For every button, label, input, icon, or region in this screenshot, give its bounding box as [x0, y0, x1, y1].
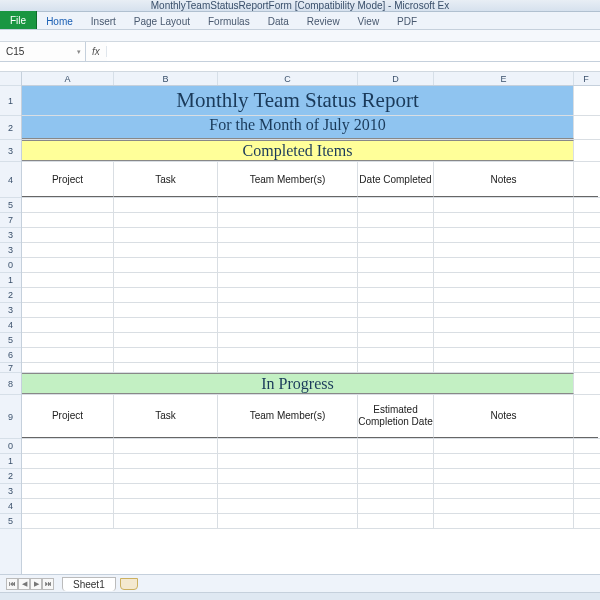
cell[interactable]: [114, 454, 218, 468]
cell[interactable]: [434, 228, 574, 242]
cell[interactable]: [22, 198, 114, 212]
header-team[interactable]: Team Member(s): [218, 395, 358, 438]
tab-insert[interactable]: Insert: [82, 14, 125, 29]
header-team[interactable]: Team Member(s): [218, 162, 358, 197]
cell[interactable]: [574, 228, 598, 242]
cell[interactable]: [218, 439, 358, 453]
cell[interactable]: [434, 333, 574, 347]
cell[interactable]: [434, 348, 574, 362]
cell[interactable]: [574, 363, 598, 372]
cell[interactable]: [574, 258, 598, 272]
header-notes[interactable]: Notes: [434, 162, 574, 197]
cell[interactable]: [574, 273, 598, 287]
cell[interactable]: [218, 484, 358, 498]
cell[interactable]: [218, 303, 358, 317]
cell[interactable]: [114, 288, 218, 302]
cell[interactable]: [22, 273, 114, 287]
row-header[interactable]: 4: [0, 318, 21, 333]
cell[interactable]: [114, 243, 218, 257]
cell[interactable]: [574, 318, 598, 332]
cell[interactable]: [358, 228, 434, 242]
cell[interactable]: [114, 273, 218, 287]
col-header[interactable]: F: [574, 72, 598, 85]
cell[interactable]: [22, 288, 114, 302]
col-header[interactable]: A: [22, 72, 114, 85]
header-project[interactable]: Project: [22, 395, 114, 438]
cell[interactable]: [22, 499, 114, 513]
cell[interactable]: [22, 303, 114, 317]
row-header[interactable]: 0: [0, 439, 21, 454]
selectall-corner[interactable]: [0, 72, 21, 86]
cell[interactable]: [218, 333, 358, 347]
cell[interactable]: [22, 469, 114, 483]
tab-page-layout[interactable]: Page Layout: [125, 14, 199, 29]
row-header[interactable]: 5: [0, 333, 21, 348]
nav-next-icon[interactable]: ▶: [30, 578, 42, 590]
cell[interactable]: [22, 213, 114, 227]
cell[interactable]: [574, 439, 598, 453]
cell[interactable]: [22, 348, 114, 362]
cell[interactable]: [358, 484, 434, 498]
cell[interactable]: [434, 469, 574, 483]
cell[interactable]: [114, 198, 218, 212]
row-header[interactable]: 3: [0, 484, 21, 499]
cell[interactable]: [22, 439, 114, 453]
header-est-completion[interactable]: Estimated Completion Date: [358, 395, 434, 438]
row-header[interactable]: 7: [0, 213, 21, 228]
row-header[interactable]: 9: [0, 395, 21, 439]
cell[interactable]: [434, 243, 574, 257]
cell[interactable]: [218, 273, 358, 287]
cell[interactable]: [358, 499, 434, 513]
cell[interactable]: [434, 288, 574, 302]
report-title[interactable]: Monthly Team Status Report: [22, 86, 574, 115]
cell[interactable]: [574, 243, 598, 257]
cell[interactable]: [218, 258, 358, 272]
cell[interactable]: [358, 439, 434, 453]
cell[interactable]: [114, 303, 218, 317]
row-header[interactable]: 1: [0, 454, 21, 469]
cell[interactable]: [574, 469, 598, 483]
cell[interactable]: [358, 363, 434, 372]
cell[interactable]: [574, 373, 598, 394]
row-header[interactable]: 2: [0, 469, 21, 484]
row-header[interactable]: 2: [0, 116, 21, 140]
section-completed[interactable]: Completed Items: [22, 140, 574, 161]
cell[interactable]: [22, 514, 114, 528]
cell[interactable]: [114, 228, 218, 242]
col-header[interactable]: D: [358, 72, 434, 85]
cell[interactable]: [114, 318, 218, 332]
cell[interactable]: [574, 213, 598, 227]
header-notes[interactable]: Notes: [434, 395, 574, 438]
cell[interactable]: [114, 439, 218, 453]
cell[interactable]: [574, 514, 598, 528]
cell[interactable]: [114, 499, 218, 513]
cell[interactable]: [574, 198, 598, 212]
cell[interactable]: [574, 116, 598, 139]
cell[interactable]: [434, 499, 574, 513]
cell[interactable]: [434, 258, 574, 272]
cell[interactable]: [114, 469, 218, 483]
cell[interactable]: [358, 454, 434, 468]
row-header[interactable]: 3: [0, 228, 21, 243]
tab-pdf[interactable]: PDF: [388, 14, 426, 29]
name-box[interactable]: C15: [0, 42, 86, 61]
cell[interactable]: [434, 273, 574, 287]
header-project[interactable]: Project: [22, 162, 114, 197]
header-task[interactable]: Task: [114, 395, 218, 438]
cell[interactable]: [434, 318, 574, 332]
col-header[interactable]: E: [434, 72, 574, 85]
row-header[interactable]: 6: [0, 348, 21, 363]
cell[interactable]: [358, 333, 434, 347]
nav-first-icon[interactable]: ⏮: [6, 578, 18, 590]
cell[interactable]: [358, 514, 434, 528]
cell[interactable]: [434, 439, 574, 453]
new-sheet-icon[interactable]: [120, 578, 138, 590]
cell[interactable]: [358, 213, 434, 227]
report-subtitle[interactable]: For the Month of July 2010: [22, 116, 574, 139]
cell[interactable]: [434, 514, 574, 528]
row-header[interactable]: 4: [0, 499, 21, 514]
cell[interactable]: [218, 213, 358, 227]
row-header[interactable]: 3: [0, 140, 21, 162]
row-header[interactable]: 4: [0, 162, 21, 198]
cell[interactable]: [218, 469, 358, 483]
